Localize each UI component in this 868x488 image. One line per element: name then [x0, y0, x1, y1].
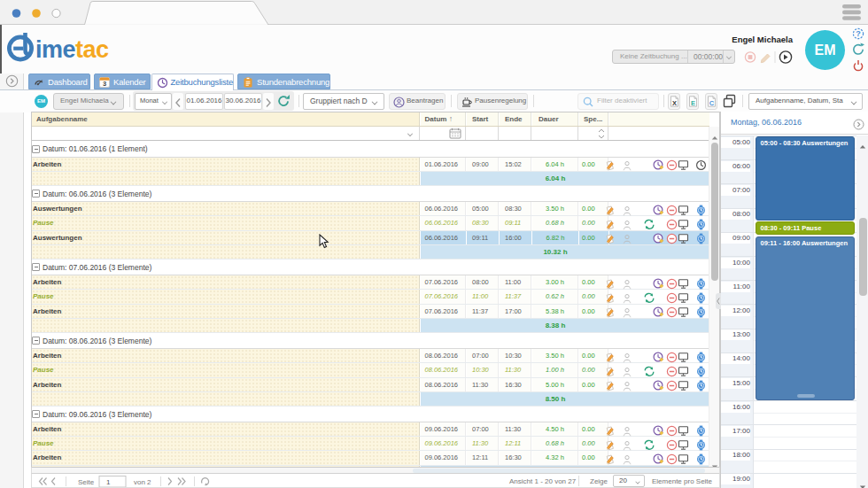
svg-text:ime: ime [35, 36, 76, 63]
svg-text:3: 3 [103, 80, 106, 88]
svg-text:E: E [690, 99, 694, 107]
svg-text:von 2: von 2 [134, 477, 151, 485]
svg-text:?: ? [856, 29, 861, 38]
svg-text:Seite: Seite [78, 477, 95, 485]
svg-text:1: 1 [106, 477, 111, 485]
svg-text:tac: tac [75, 36, 109, 63]
svg-text:C: C [709, 99, 714, 107]
svg-text:X: X [671, 99, 676, 107]
